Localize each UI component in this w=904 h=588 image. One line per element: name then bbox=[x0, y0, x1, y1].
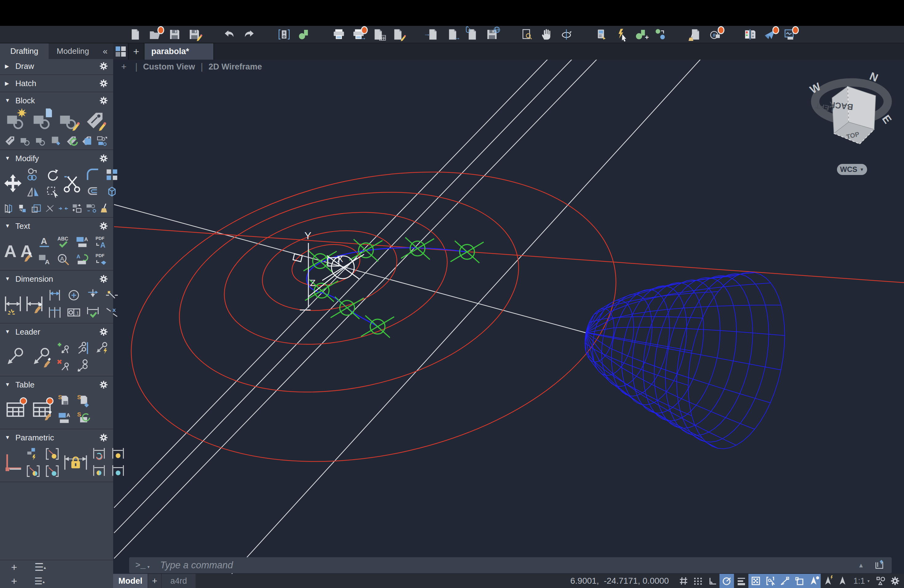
pdf-import-text-icon[interactable]: PDFA bbox=[93, 234, 110, 251]
selection-cycling-toggle[interactable] bbox=[763, 574, 777, 588]
annotation-visibility-toggle[interactable] bbox=[873, 574, 888, 588]
annotation-monitor-icon[interactable]: # bbox=[708, 27, 722, 41]
panel-dimension[interactable]: ▼ Dimension bbox=[0, 272, 113, 286]
gear-icon[interactable] bbox=[99, 96, 108, 105]
gear-icon[interactable] bbox=[99, 154, 108, 163]
grid-toggle[interactable] bbox=[676, 574, 691, 588]
table-from-data-icon[interactable]: S bbox=[56, 392, 73, 409]
gear-icon[interactable] bbox=[99, 274, 108, 283]
tolerance-icon[interactable]: .1 bbox=[65, 304, 82, 321]
add-palette-button[interactable]: + bbox=[11, 575, 17, 587]
edit-text-icon[interactable]: A bbox=[19, 239, 34, 263]
gear-icon[interactable] bbox=[99, 62, 108, 71]
collect-leaders-icon[interactable] bbox=[74, 357, 91, 374]
expand-command-history-button[interactable]: ▲ bbox=[858, 562, 864, 569]
write-block-icon[interactable] bbox=[34, 134, 47, 148]
move-icon[interactable] bbox=[3, 171, 23, 196]
drawing-tab-parabola[interactable]: parabola* bbox=[144, 43, 214, 60]
collapse-palette-button[interactable]: « bbox=[97, 43, 113, 59]
stretch-icon[interactable] bbox=[3, 202, 15, 215]
edit-block-icon[interactable] bbox=[56, 108, 81, 133]
tab-modeling[interactable]: Modeling bbox=[49, 43, 97, 59]
smart-dimension-icon[interactable] bbox=[3, 292, 23, 316]
copy-icon[interactable] bbox=[25, 166, 42, 183]
linear-dimension-icon[interactable] bbox=[46, 287, 63, 304]
dim-constraint-half-icon[interactable] bbox=[90, 463, 107, 480]
transparency-toggle[interactable] bbox=[748, 574, 763, 588]
object-snap-toggle[interactable] bbox=[806, 574, 821, 588]
undo-icon[interactable] bbox=[222, 27, 237, 41]
save-icon[interactable] bbox=[167, 27, 182, 41]
wcs-dropdown[interactable]: WCS ▼ bbox=[837, 164, 867, 175]
quick-select-icon[interactable] bbox=[614, 27, 629, 41]
gear-icon[interactable] bbox=[99, 79, 108, 88]
purge-icon[interactable] bbox=[688, 27, 703, 41]
offset-icon[interactable] bbox=[84, 183, 101, 201]
text-align-icon[interactable]: A bbox=[36, 251, 53, 268]
leader-lightning-icon[interactable] bbox=[93, 340, 110, 357]
performance-monitor-icon[interactable] bbox=[782, 27, 797, 41]
change-space-icon[interactable] bbox=[85, 202, 96, 215]
panel-leader[interactable]: ▼ Leader bbox=[0, 325, 113, 339]
tab-drafting[interactable]: Drafting bbox=[0, 43, 49, 59]
single-line-text-icon[interactable]: A bbox=[36, 234, 53, 251]
page-setup-icon[interactable] bbox=[371, 27, 386, 41]
pan-icon[interactable] bbox=[539, 27, 554, 41]
replace-block-icon[interactable] bbox=[95, 134, 109, 148]
drawing-compare-icon[interactable] bbox=[743, 27, 758, 41]
share-icon[interactable] bbox=[763, 27, 777, 41]
gear-icon[interactable] bbox=[99, 433, 108, 442]
constraint-bar-icon[interactable] bbox=[44, 445, 61, 463]
3d-object-snap-toggle[interactable] bbox=[835, 574, 850, 588]
draw-order-icon[interactable] bbox=[653, 27, 668, 41]
dimensional-constraint-icon[interactable] bbox=[63, 450, 89, 475]
preview-icon[interactable] bbox=[520, 27, 534, 41]
edit-table-icon[interactable] bbox=[30, 397, 54, 422]
table-style-icon[interactable]: A bbox=[56, 409, 73, 427]
float-command-window-icon[interactable] bbox=[874, 559, 885, 571]
command-input[interactable] bbox=[160, 560, 858, 571]
new-drawing-tab-button[interactable]: + bbox=[128, 43, 144, 60]
auto-constrain-icon[interactable] bbox=[25, 445, 42, 463]
panel-parametric[interactable]: ▼ Parametric bbox=[0, 430, 113, 445]
ortho-toggle[interactable] bbox=[705, 574, 719, 588]
layout-tab-a4rd[interactable]: a4rd bbox=[162, 574, 196, 588]
center-mark-icon[interactable] bbox=[65, 287, 82, 304]
edit-layout-icon[interactable] bbox=[390, 27, 405, 41]
constraint-bar-cyan-icon[interactable] bbox=[44, 463, 61, 480]
panel-text[interactable]: ▼ Text bbox=[0, 219, 113, 233]
save-to-web-icon[interactable] bbox=[485, 27, 499, 41]
ordinate-dimension-icon[interactable] bbox=[84, 287, 101, 304]
visual-style-control[interactable]: 2D Wireframe bbox=[209, 62, 262, 72]
attribute-tag-icon[interactable] bbox=[3, 134, 17, 148]
attribute-display-icon[interactable] bbox=[80, 134, 93, 148]
batch-plot-icon[interactable]: → bbox=[351, 27, 366, 41]
pdf-text-settings-icon[interactable]: PDF bbox=[93, 251, 110, 268]
edit-leader-icon[interactable] bbox=[29, 345, 54, 369]
lineweight-toggle[interactable] bbox=[734, 574, 748, 588]
mirror-icon[interactable] bbox=[25, 183, 42, 201]
panel-hatch[interactable]: ▶ Hatch bbox=[0, 76, 113, 90]
block-table-icon[interactable] bbox=[19, 134, 32, 148]
coordinates-readout[interactable]: 6.9001, -24.7171, 0.0000 bbox=[571, 574, 669, 588]
panel-modify[interactable]: ▼ Modify bbox=[0, 151, 113, 166]
attach-icon[interactable] bbox=[465, 27, 480, 41]
geometric-constraint-icon[interactable] bbox=[3, 450, 23, 475]
spell-check-icon[interactable]: ABC bbox=[55, 234, 72, 251]
new-file-icon[interactable] bbox=[128, 27, 143, 41]
settings-gear-icon[interactable] bbox=[888, 574, 902, 588]
panel-table[interactable]: ▼ Table bbox=[0, 378, 113, 392]
panel-draw[interactable]: ▶ Draw bbox=[0, 59, 113, 73]
align-icon[interactable] bbox=[71, 202, 83, 215]
annotation-scale-dropdown[interactable]: 1:1 ▾ bbox=[850, 574, 873, 588]
edit-attribute-icon[interactable] bbox=[82, 108, 107, 133]
view-name-control[interactable]: Custom View bbox=[143, 62, 195, 72]
gear-icon[interactable] bbox=[99, 327, 108, 337]
snap-tracking-toggle[interactable] bbox=[821, 574, 835, 588]
dynamic-ucs-toggle[interactable] bbox=[792, 574, 806, 588]
add-leader-icon[interactable] bbox=[55, 340, 72, 357]
join-icon[interactable] bbox=[57, 202, 69, 215]
insert-block-icon[interactable] bbox=[3, 108, 28, 133]
viewports-icon[interactable] bbox=[277, 27, 291, 41]
mtext-icon[interactable]: A bbox=[3, 239, 17, 263]
